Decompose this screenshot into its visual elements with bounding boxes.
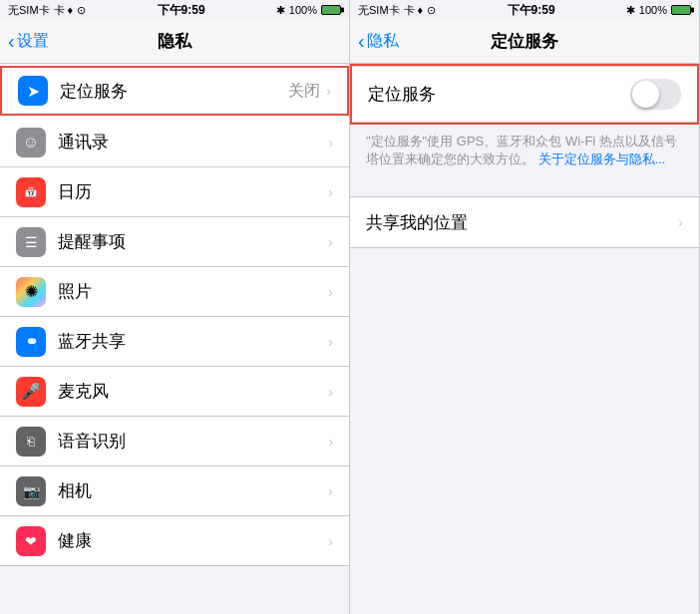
right-battery-icon [671, 5, 691, 15]
right-status-time: 下午9:59 [508, 2, 555, 19]
reminders-item[interactable]: ☰ 提醒事项 › [0, 217, 349, 267]
right-nav-bar: ‹ 隐私 定位服务 [350, 20, 699, 64]
bluetooth-icon: ✱ [276, 4, 285, 17]
left-list: ➤ 定位服务 关闭 › ☺ 通讯录 › 📅 日历 › ☰ 提 [0, 64, 349, 596]
microphone-chevron-icon: › [328, 384, 333, 400]
camera-chevron-icon: › [328, 483, 333, 499]
bluetooth-item[interactable]: ⚭ 蓝牙共享 › [0, 317, 349, 367]
location-toggle-row[interactable]: 定位服务 [352, 66, 697, 123]
camera-label: 相机 [58, 479, 328, 502]
right-battery-percent: 100% [639, 4, 667, 16]
speech-chevron-icon: › [328, 434, 333, 450]
health-chevron-icon: › [328, 533, 333, 549]
location-services-item[interactable]: ➤ 定位服务 关闭 › [0, 66, 349, 116]
microphone-label: 麦克风 [58, 380, 328, 403]
right-bluetooth-icon: ✱ [626, 4, 635, 17]
battery-percent: 100% [289, 4, 317, 16]
back-label: 设置 [17, 31, 49, 52]
description-link[interactable]: 关于定位服务与隐私... [538, 152, 666, 166]
share-location-item[interactable]: 共享我的位置 › [350, 197, 699, 247]
right-status-bar: 无SIM卡 卡 ♦ ⊙ 下午9:59 ✱ 100% [350, 0, 699, 20]
right-status-right: ✱ 100% [626, 4, 691, 17]
location-icon: ➤ [18, 76, 48, 106]
location-chevron-icon: › [326, 83, 331, 99]
status-time: 下午9:59 [158, 2, 205, 19]
location-toggle-section: 定位服务 [350, 64, 699, 125]
reminders-chevron-icon: › [328, 234, 333, 250]
bluetooth-chevron-icon: › [328, 334, 333, 350]
sim-icon: 卡 ♦ [54, 3, 74, 18]
right-back-label: 隐私 [367, 31, 399, 52]
right-wifi-icon: ⊙ [427, 4, 436, 17]
location-toggle-switch[interactable] [630, 79, 681, 110]
calendar-chevron-icon: › [328, 184, 333, 200]
back-chevron-icon: ‹ [8, 30, 15, 53]
contacts-label: 通讯录 [58, 131, 328, 154]
carrier-label: 无SIM卡 [8, 3, 50, 18]
bluetooth-share-icon: ⚭ [16, 327, 46, 357]
contacts-item[interactable]: ☺ 通讯录 › [0, 118, 349, 167]
toggle-thumb [632, 81, 659, 108]
health-label: 健康 [58, 529, 328, 552]
contacts-icon: ☺ [16, 128, 46, 157]
calendar-label: 日历 [58, 180, 328, 203]
share-location-section: 共享我的位置 › [350, 196, 699, 248]
wifi-icon: ⊙ [77, 4, 86, 17]
battery-icon [321, 5, 341, 15]
right-status-left: 无SIM卡 卡 ♦ ⊙ [358, 3, 436, 18]
left-nav-title: 隐私 [158, 30, 191, 53]
share-location-label: 共享我的位置 [366, 211, 678, 234]
status-left: 无SIM卡 卡 ♦ ⊙ [8, 3, 86, 18]
left-status-bar: 无SIM卡 卡 ♦ ⊙ 下午9:59 ✱ 100% [0, 0, 349, 20]
speech-item[interactable]: ⎗ 语音识别 › [0, 417, 349, 466]
calendar-icon: 📅 [16, 177, 46, 207]
reminders-icon: ☰ [16, 227, 46, 257]
microphone-icon: 🎤 [16, 377, 46, 407]
left-back-button[interactable]: ‹ 设置 [8, 30, 49, 53]
photos-item[interactable]: ✺ 照片 › [0, 267, 349, 317]
right-carrier-label: 无SIM卡 [358, 3, 400, 18]
contacts-chevron-icon: › [328, 135, 333, 151]
photos-chevron-icon: › [328, 284, 333, 300]
bluetooth-label: 蓝牙共享 [58, 330, 328, 353]
photos-icon: ✺ [16, 277, 46, 307]
photos-label: 照片 [58, 280, 328, 303]
left-nav-bar: ‹ 设置 隐私 [0, 20, 349, 64]
location-label: 定位服务 [60, 80, 288, 103]
right-panel: 无SIM卡 卡 ♦ ⊙ 下午9:59 ✱ 100% ‹ 隐私 定位服务 定位服务… [350, 0, 700, 614]
right-nav-title: 定位服务 [491, 30, 558, 53]
status-right: ✱ 100% [276, 4, 341, 17]
microphone-item[interactable]: 🎤 麦克风 › [0, 367, 349, 417]
speech-label: 语音识别 [58, 430, 328, 453]
right-back-chevron-icon: ‹ [358, 30, 365, 53]
right-back-button[interactable]: ‹ 隐私 [358, 30, 399, 53]
camera-item[interactable]: 📷 相机 › [0, 466, 349, 516]
health-item[interactable]: ❤ 健康 › [0, 516, 349, 566]
health-icon: ❤ [16, 526, 46, 556]
right-sim-icon: 卡 ♦ [404, 3, 424, 18]
reminders-label: 提醒事项 [58, 230, 328, 253]
toggle-label: 定位服务 [368, 83, 436, 106]
location-value: 关闭 [288, 81, 320, 102]
camera-icon: 📷 [16, 476, 46, 506]
speech-icon: ⎗ [16, 427, 46, 457]
location-description: "定位服务"使用 GPS、蓝牙和众包 Wi-Fi 热点以及信号塔位置来确定您的大… [350, 125, 699, 180]
calendar-item[interactable]: 📅 日历 › [0, 167, 349, 217]
share-location-chevron-icon: › [678, 214, 683, 230]
more-item [0, 566, 349, 596]
left-panel: 无SIM卡 卡 ♦ ⊙ 下午9:59 ✱ 100% ‹ 设置 隐私 ➤ 定位服务… [0, 0, 350, 614]
